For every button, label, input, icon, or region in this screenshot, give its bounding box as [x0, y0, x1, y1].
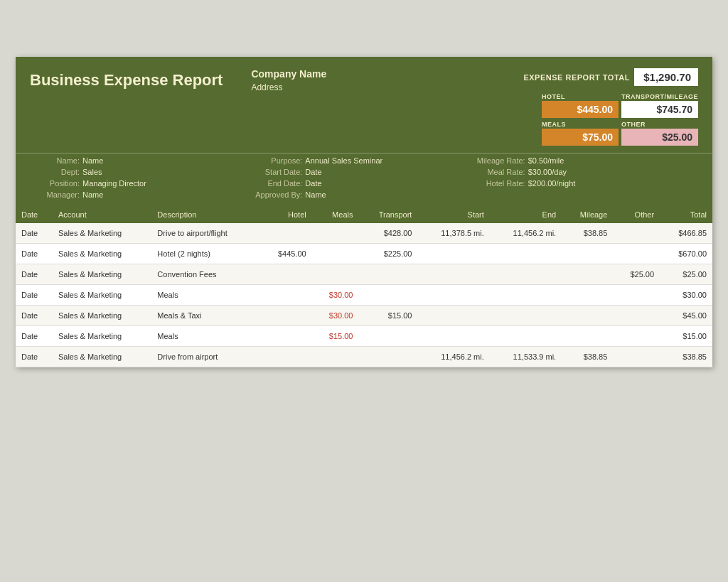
table-cell: Date — [16, 326, 53, 347]
table-cell — [417, 285, 489, 306]
table-cell — [613, 326, 660, 347]
col-hotel: Hotel — [259, 206, 312, 223]
start-value: Date — [305, 168, 321, 176]
table-cell — [490, 285, 562, 306]
company-name: Company Name — [251, 68, 495, 80]
table-cell — [259, 223, 312, 244]
table-cell: 11,533.9 mi. — [490, 347, 562, 367]
mileage-row: Mileage Rate: $0.50/mile — [476, 156, 698, 165]
start-row: Start Date: Date — [252, 168, 475, 176]
end-label: End Date: — [252, 179, 302, 188]
table-cell: Meals — [151, 326, 259, 347]
table-cell — [312, 244, 359, 264]
col-start: Start — [417, 206, 489, 223]
table-cell: Sales & Marketing — [53, 347, 151, 367]
table-cell: $38.85 — [562, 223, 613, 244]
table-cell: Sales & Marketing — [53, 223, 151, 244]
meal-row: Meal Rate: $30.00/day — [476, 168, 698, 176]
info-col-left: Name: Name Dept: Sales Position: Managin… — [30, 156, 252, 199]
table-cell: $445.00 — [259, 244, 312, 264]
table-cell: $30.00 — [312, 306, 359, 326]
table-cell — [259, 326, 312, 347]
table-cell — [490, 306, 562, 326]
table-cell — [562, 306, 613, 326]
mileage-label: Mileage Rate: — [476, 156, 525, 165]
table-cell — [312, 223, 359, 244]
position-label: Position: — [30, 179, 80, 188]
meals-box: MEALS $75.00 — [542, 121, 619, 146]
table-cell — [613, 285, 660, 306]
table-cell — [417, 244, 489, 264]
end-row: End Date: Date — [252, 179, 475, 188]
approved-value: Name — [305, 190, 326, 199]
report-title: Business Expense Report — [30, 68, 223, 90]
table-header-row: Date Account Description Hotel Meals Tra… — [16, 206, 712, 223]
table-cell: 11,456.2 mi. — [417, 347, 489, 367]
table-cell — [312, 347, 359, 367]
table-cell — [259, 285, 312, 306]
table-cell: Sales & Marketing — [53, 306, 151, 326]
header: Business Expense Report Company Name Add… — [16, 57, 712, 153]
table-cell: Sales & Marketing — [53, 326, 151, 347]
dept-value: Sales — [82, 168, 102, 176]
meals-value: $75.00 — [542, 129, 619, 146]
table-cell: 11,378.5 mi. — [417, 223, 489, 244]
table-cell: Meals & Taxi — [151, 306, 259, 326]
transport-box: TRANSPORT/MILEAGE $745.70 — [621, 93, 698, 118]
table-cell — [613, 223, 660, 244]
table-cell — [562, 244, 613, 264]
info-col-mid: Purpose: Annual Sales Seminar Start Date… — [252, 156, 475, 199]
col-meals: Meals — [312, 206, 359, 223]
meals-label: MEALS — [542, 121, 619, 129]
table-cell — [613, 347, 660, 367]
hotel-label: HOTEL — [542, 93, 619, 101]
table-cell — [417, 326, 489, 347]
position-row: Position: Managing Director — [30, 179, 252, 188]
purpose-row: Purpose: Annual Sales Seminar — [252, 156, 475, 165]
table-cell: Sales & Marketing — [53, 285, 151, 306]
name-value: Name — [82, 156, 103, 165]
table-cell: $466.85 — [660, 223, 712, 244]
expense-table: Date Account Description Hotel Meals Tra… — [16, 206, 712, 367]
table-cell: 11,456.2 mi. — [490, 223, 562, 244]
table-cell: Convention Fees — [151, 264, 259, 285]
hotel-value: $445.00 — [542, 101, 619, 118]
col-end: End — [490, 206, 562, 223]
total-label: EXPENSE REPORT TOTAL — [523, 73, 634, 82]
table-cell: $30.00 — [660, 285, 712, 306]
table-cell: Drive from airport — [151, 347, 259, 367]
table-row: DateSales & MarketingConvention Fees$25.… — [16, 264, 712, 285]
hotel-rate-row: Hotel Rate: $200.00/night — [476, 179, 698, 188]
table-cell: Meals — [151, 285, 259, 306]
table-cell — [490, 244, 562, 264]
table-cell — [490, 326, 562, 347]
table-cell — [417, 264, 489, 285]
hotel-box: HOTEL $445.00 — [542, 93, 619, 118]
other-value: $25.00 — [621, 129, 698, 146]
table-cell: Sales & Marketing — [53, 264, 151, 285]
total-section: EXPENSE REPORT TOTAL $1,290.70 HOTEL $44… — [523, 68, 698, 146]
transport-label: TRANSPORT/MILEAGE — [621, 93, 698, 101]
table-cell — [259, 347, 312, 367]
table-cell: $38.85 — [562, 347, 613, 367]
col-transport: Transport — [358, 206, 417, 223]
table-cell — [358, 347, 417, 367]
table-cell — [562, 264, 613, 285]
manager-row: Manager: Name — [30, 190, 252, 199]
table-cell: Date — [16, 285, 53, 306]
table-cell — [562, 326, 613, 347]
dept-row: Dept: Sales — [30, 168, 252, 176]
hotel-rate-value: $200.00/night — [528, 179, 576, 188]
start-label: Start Date: — [252, 168, 302, 176]
expense-table-section: Date Account Description Hotel Meals Tra… — [16, 206, 712, 367]
table-cell — [613, 306, 660, 326]
table-cell: $15.00 — [660, 326, 712, 347]
table-cell: $25.00 — [613, 264, 660, 285]
other-label: OTHER — [621, 121, 698, 129]
table-cell: Drive to airport/flight — [151, 223, 259, 244]
table-cell: Date — [16, 306, 53, 326]
purpose-label: Purpose: — [252, 156, 302, 165]
report-container: Business Expense Report Company Name Add… — [16, 57, 712, 367]
mileage-value: $0.50/mile — [528, 156, 564, 165]
summary-boxes: HOTEL $445.00 TRANSPORT/MILEAGE $745.70 … — [542, 93, 698, 146]
